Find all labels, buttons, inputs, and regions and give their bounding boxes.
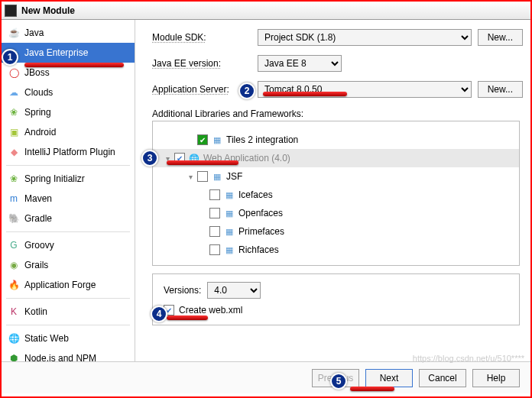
versions-select[interactable]: 4.0 bbox=[207, 282, 261, 299]
titlebar: New Module bbox=[2, 2, 530, 20]
tree-row[interactable]: ▦Openfaces bbox=[153, 204, 519, 222]
sidebar-item-icon: 🌐 bbox=[8, 332, 20, 345]
tree-item-label: JSF bbox=[226, 171, 242, 182]
sidebar-item-label: Grails bbox=[24, 260, 48, 270]
java-ee-version-select[interactable]: Java EE 8 bbox=[258, 55, 342, 72]
previous-button: Previous bbox=[312, 369, 359, 387]
sidebar-item-application-forge[interactable]: 🔥Application Forge bbox=[2, 275, 135, 295]
sidebar-item-grails[interactable]: ◉Grails bbox=[2, 255, 135, 275]
sidebar-item-icon: ❀ bbox=[8, 173, 20, 185]
tree-item-icon: ▦ bbox=[223, 225, 235, 238]
tree-checkbox[interactable] bbox=[209, 208, 220, 218]
sidebar-item-label: JBoss bbox=[24, 67, 50, 78]
sidebar-item-groovy[interactable]: GGroovy bbox=[2, 235, 135, 255]
window-title: New Module bbox=[21, 5, 75, 16]
sidebar-item-label: Kotlin bbox=[24, 306, 47, 317]
tree-item-icon: ▦ bbox=[211, 170, 223, 183]
sidebar-item-spring-initializr[interactable]: ❀Spring Initializr bbox=[2, 169, 135, 189]
content-panel: Module SDK: Project SDK (1.8) New... Jav… bbox=[135, 20, 530, 361]
sidebar-item-label: Spring bbox=[24, 107, 51, 118]
sidebar-item-label: Spring Initializr bbox=[24, 173, 85, 184]
tree-checkbox[interactable] bbox=[209, 226, 220, 237]
tree-row[interactable]: ▦Richfaces bbox=[153, 241, 519, 259]
sidebar-item-maven[interactable]: mMaven bbox=[2, 189, 135, 209]
tree-checkbox[interactable] bbox=[197, 171, 208, 182]
tree-checkbox[interactable] bbox=[209, 244, 220, 255]
additional-frameworks-label: Additional Libraries and Frameworks: bbox=[152, 108, 523, 119]
cancel-button[interactable]: Cancel bbox=[419, 369, 466, 387]
frameworks-tree[interactable]: ✔▦Tiles 2 integration▾✔🌐Web Application … bbox=[152, 121, 520, 266]
sidebar-item-icon: G bbox=[8, 239, 20, 251]
tree-row[interactable]: ▾▦JSF bbox=[153, 167, 519, 186]
tree-item-label: Richfaces bbox=[238, 244, 279, 255]
sidebar-item-label: Android bbox=[24, 127, 56, 138]
sidebar-item-static-web[interactable]: 🌐Static Web bbox=[2, 328, 135, 348]
tree-row[interactable]: ▾✔🌐Web Application (4.0) bbox=[153, 149, 519, 167]
sidebar-separator bbox=[6, 231, 130, 232]
tree-item-icon: 🌐 bbox=[188, 152, 200, 164]
sidebar-item-icon: ◉ bbox=[8, 259, 20, 271]
sidebar-item-java[interactable]: ☕Java bbox=[2, 23, 135, 43]
sidebar-item-icon: ▣ bbox=[8, 126, 20, 138]
sidebar-item-icon: 🗂 bbox=[8, 47, 20, 59]
sidebar-item-icon: ◯ bbox=[8, 66, 20, 79]
tree-item-icon: ▦ bbox=[223, 207, 235, 219]
tree-row[interactable]: ✔▦Tiles 2 integration bbox=[153, 131, 519, 149]
sidebar-item-java-enterprise[interactable]: 🗂Java Enterprise bbox=[2, 43, 135, 63]
sidebar-item-label: Clouds bbox=[24, 87, 53, 98]
tree-checkbox[interactable]: ✔ bbox=[197, 134, 208, 145]
sidebar: ☕Java🗂Java Enterprise◯JBoss☁Clouds❀Sprin… bbox=[2, 20, 135, 361]
tree-item-label: Icefaces bbox=[238, 189, 273, 200]
sidebar-item-android[interactable]: ▣Android bbox=[2, 122, 135, 142]
sidebar-item-icon: ◆ bbox=[8, 146, 20, 158]
module-sdk-new-button[interactable]: New... bbox=[478, 29, 523, 46]
app-server-new-button[interactable]: New... bbox=[478, 81, 523, 98]
next-button[interactable]: Next bbox=[365, 369, 413, 387]
tree-row[interactable]: ▦Icefaces bbox=[153, 186, 519, 204]
create-web-xml-checkbox[interactable]: ✔ bbox=[164, 305, 174, 315]
sidebar-separator bbox=[6, 165, 130, 166]
app-server-label: Application Server: bbox=[152, 84, 251, 95]
sidebar-item-label: Java bbox=[24, 28, 44, 38]
app-icon bbox=[5, 5, 17, 17]
tree-checkbox[interactable] bbox=[209, 189, 220, 200]
versions-label: Versions: bbox=[164, 285, 201, 296]
tree-checkbox[interactable]: ✔ bbox=[174, 153, 185, 163]
tree-twisty-icon[interactable]: ▾ bbox=[164, 154, 171, 163]
sidebar-item-kotlin[interactable]: KKotlin bbox=[2, 302, 135, 322]
tree-item-label: Web Application (4.0) bbox=[203, 153, 290, 163]
sidebar-item-gradle[interactable]: 🐘Gradle bbox=[2, 209, 135, 228]
help-button[interactable]: Help bbox=[472, 369, 520, 387]
sidebar-item-jboss[interactable]: ◯JBoss bbox=[2, 63, 135, 83]
sidebar-item-label: Application Forge bbox=[24, 280, 96, 290]
tree-row-cutoff bbox=[153, 121, 519, 131]
tree-item-icon: ▦ bbox=[211, 134, 223, 146]
sidebar-item-icon: 🔥 bbox=[8, 279, 20, 291]
dialog-buttons: Previous Next Cancel Help bbox=[2, 361, 530, 393]
sidebar-item-intellij-platform-plugin[interactable]: ◆IntelliJ Platform Plugin bbox=[2, 142, 135, 162]
sidebar-item-label: Maven bbox=[24, 193, 52, 204]
create-web-xml-label: Create web.xml bbox=[179, 305, 242, 315]
sidebar-item-label: Java Enterprise bbox=[24, 47, 88, 58]
app-server-select[interactable]: Tomcat 8.0.50 bbox=[258, 81, 472, 98]
sidebar-item-label: Static Web bbox=[24, 333, 69, 344]
sidebar-item-clouds[interactable]: ☁Clouds bbox=[2, 83, 135, 102]
sidebar-separator bbox=[6, 325, 130, 325]
tree-item-icon: ▦ bbox=[223, 189, 235, 201]
options-panel: Versions: 4.0 ✔ Create web.xml bbox=[152, 273, 520, 325]
module-sdk-label: Module SDK: bbox=[152, 32, 251, 43]
sidebar-item-node-js-and-npm[interactable]: ⬢Node.js and NPM bbox=[2, 348, 135, 361]
module-sdk-select[interactable]: Project SDK (1.8) bbox=[258, 29, 472, 46]
tree-item-label: Openfaces bbox=[238, 208, 283, 218]
sidebar-item-spring[interactable]: ❀Spring bbox=[2, 102, 135, 122]
sidebar-item-icon: ❀ bbox=[8, 106, 20, 118]
java-ee-version-label: Java EE version: bbox=[152, 58, 251, 69]
sidebar-item-label: Gradle bbox=[24, 213, 52, 224]
sidebar-item-icon: 🐘 bbox=[8, 212, 20, 225]
sidebar-item-label: Node.js and NPM bbox=[24, 353, 96, 361]
tree-item-label: Primefaces bbox=[238, 226, 284, 237]
tree-row[interactable]: ▦Primefaces bbox=[153, 222, 519, 241]
sidebar-item-icon: ⬢ bbox=[8, 352, 20, 361]
sidebar-separator bbox=[6, 298, 130, 299]
tree-twisty-icon[interactable]: ▾ bbox=[187, 173, 194, 181]
